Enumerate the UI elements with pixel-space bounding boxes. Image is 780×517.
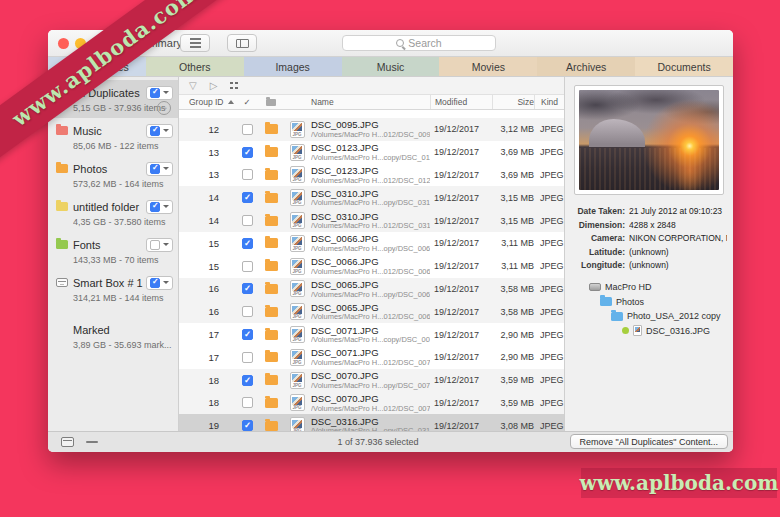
reveal-folder-icon[interactable] xyxy=(265,170,278,180)
category-tab[interactable]: Others xyxy=(146,57,244,76)
reveal-folder-icon[interactable] xyxy=(265,352,278,362)
row-checkbox[interactable] xyxy=(242,192,253,203)
tree-item[interactable]: Photo_USA_2012 copy xyxy=(611,309,733,324)
table-row[interactable]: 17 DSC_0071.JPG /Volumes/MacPro H...copy… xyxy=(179,323,564,346)
category-tab[interactable]: Images xyxy=(244,57,342,76)
more-options-icon[interactable] xyxy=(157,101,171,115)
remove-duplicates-button[interactable]: Remove "All Duplicates" Content... xyxy=(570,434,728,449)
sidebar-item-label: Photos xyxy=(73,163,146,175)
row-checkbox[interactable] xyxy=(242,397,253,408)
item-check-dropdown[interactable] xyxy=(146,86,173,100)
tree-item[interactable]: DSC_0316.JPG xyxy=(622,324,733,339)
remove-item-icon[interactable] xyxy=(86,441,98,443)
reveal-folder-icon[interactable] xyxy=(265,147,278,157)
next-group-icon[interactable]: ▷ xyxy=(210,81,218,91)
reveal-folder-icon[interactable] xyxy=(265,330,278,340)
group-id: 15 xyxy=(179,261,235,272)
column-checkmark[interactable]: ✓ xyxy=(235,97,259,107)
table-row[interactable]: 18 DSC_0070.JPG /Volumes/MacPro H...012/… xyxy=(179,392,564,415)
row-checkbox[interactable] xyxy=(242,329,253,340)
row-checkbox[interactable] xyxy=(242,420,253,431)
column-size[interactable]: Size xyxy=(492,95,534,109)
table-row[interactable]: 15 DSC_0066.JPG /Volumes/MacPro H...012/… xyxy=(179,255,564,278)
sidebar-item[interactable]: Fonts 143,33 MB - 70 items xyxy=(48,232,178,270)
tree-item[interactable]: MacPro HD xyxy=(589,280,733,295)
item-check-dropdown[interactable] xyxy=(146,276,173,290)
sidebar-item-label: Smart Box # 1 xyxy=(73,277,146,289)
row-checkbox[interactable] xyxy=(242,124,253,135)
tree-item-icon xyxy=(633,325,642,336)
table-row[interactable]: 16 DSC_0065.JPG /Volumes/MacPro H...opy/… xyxy=(179,278,564,301)
sidebar-item-detail: 85,06 MB - 122 items xyxy=(73,141,173,151)
category-tab[interactable]: Movies xyxy=(439,57,537,76)
jpg-file-icon xyxy=(290,349,305,366)
row-checkbox[interactable] xyxy=(242,375,253,386)
reveal-folder-icon[interactable] xyxy=(265,307,278,317)
table-row[interactable]: 19 DSC_0316.JPG /Volumes/MacPro H...opy/… xyxy=(179,414,564,431)
column-location[interactable] xyxy=(259,99,283,106)
table-row[interactable]: 15 DSC_0066.JPG /Volumes/MacPro H...opy/… xyxy=(179,232,564,255)
reveal-folder-icon[interactable] xyxy=(265,284,278,294)
row-checkbox[interactable] xyxy=(242,283,253,294)
modified-date: 19/12/2017 xyxy=(430,124,492,134)
column-kind[interactable]: Kind xyxy=(534,95,564,109)
column-name[interactable]: Name xyxy=(311,97,430,107)
table-row[interactable]: 17 DSC_0071.JPG /Volumes/MacPro H...012/… xyxy=(179,346,564,369)
table-row[interactable]: 12 DSC_0095.JPG /Volumes/MacPro H...012/… xyxy=(179,118,564,141)
file-path: /Volumes/MacPro H...copy/DSC_0123.JPG xyxy=(311,154,430,162)
row-checkbox[interactable] xyxy=(242,238,253,249)
table-row[interactable]: 16 DSC_0065.JPG /Volumes/MacPro H...012/… xyxy=(179,300,564,323)
reveal-folder-icon[interactable] xyxy=(265,216,278,226)
search-input[interactable]: Search xyxy=(342,35,496,51)
tree-item[interactable]: Photos xyxy=(600,295,733,310)
jpg-file-icon xyxy=(290,166,305,183)
preview-panel-button[interactable] xyxy=(227,34,257,52)
tab-label: Movies xyxy=(472,61,505,73)
row-checkbox[interactable] xyxy=(242,352,253,363)
row-checkbox[interactable] xyxy=(242,306,253,317)
grid-view-icon[interactable] xyxy=(230,82,238,90)
sidebar-item[interactable]: untitled folder 4,35 GB - 37.580 items xyxy=(48,194,178,232)
add-smart-box-icon[interactable] xyxy=(61,437,74,447)
metadata-value: NIKON CORPORATION, NI... xyxy=(629,233,727,243)
jpg-file-icon xyxy=(290,394,305,411)
close-window-button[interactable] xyxy=(58,38,69,49)
table-row[interactable]: 14 DSC_0310.JPG /Volumes/MacPro H...012/… xyxy=(179,209,564,232)
reveal-folder-icon[interactable] xyxy=(265,238,278,248)
modified-date: 19/12/2017 xyxy=(430,398,492,408)
sidebar-item[interactable]: Photos 573,62 MB - 164 items xyxy=(48,156,178,194)
table-row[interactable]: 13 DSC_0123.JPG /Volumes/MacPro H...012/… xyxy=(179,164,564,187)
table-row[interactable]: 13 DSC_0123.JPG /Volumes/MacPro H...copy… xyxy=(179,141,564,164)
item-check-dropdown[interactable] xyxy=(146,162,173,176)
column-group-id[interactable]: Group ID xyxy=(179,97,235,107)
group-id: 17 xyxy=(179,329,235,340)
category-tab[interactable]: Archives xyxy=(537,57,635,76)
item-check-dropdown[interactable] xyxy=(146,238,173,252)
column-modified[interactable]: Modified xyxy=(430,95,492,109)
reveal-folder-icon[interactable] xyxy=(265,124,278,134)
row-checkbox[interactable] xyxy=(242,169,253,180)
metadata-label: Date Taken: xyxy=(567,206,625,216)
reveal-folder-icon[interactable] xyxy=(265,375,278,385)
table-row[interactable]: 14 DSC_0310.JPG /Volumes/MacPro H...opy/… xyxy=(179,186,564,209)
row-checkbox[interactable] xyxy=(242,261,253,272)
reveal-folder-icon[interactable] xyxy=(265,193,278,203)
item-check-dropdown[interactable] xyxy=(146,200,173,214)
sidebar-item[interactable]: Marked 3,89 GB - 35.693 mark... xyxy=(48,317,178,355)
table-row[interactable]: 18 DSC_0070.JPG /Volumes/MacPro H...opy/… xyxy=(179,369,564,392)
category-tab[interactable]: Music xyxy=(342,57,440,76)
sidebar-item-detail: 4,35 GB - 37.580 items xyxy=(73,217,173,227)
item-check-dropdown[interactable] xyxy=(146,124,173,138)
reveal-folder-icon[interactable] xyxy=(265,398,278,408)
row-checkbox[interactable] xyxy=(242,215,253,226)
reveal-folder-icon[interactable] xyxy=(265,261,278,271)
reveal-folder-icon[interactable] xyxy=(265,421,278,431)
mark-group-down-icon[interactable]: ▽ xyxy=(189,81,197,91)
sidebar-item[interactable]: Music 85,06 MB - 122 items xyxy=(48,118,178,156)
file-kind: JPEG xyxy=(534,284,564,294)
category-tab[interactable]: Documents xyxy=(635,57,733,76)
row-checkbox[interactable] xyxy=(242,147,253,158)
sidebar-item[interactable]: Smart Box # 1 314,21 MB - 144 items xyxy=(48,270,178,308)
file-size: 3,12 MB xyxy=(492,124,534,134)
list-view-button[interactable] xyxy=(180,34,210,52)
